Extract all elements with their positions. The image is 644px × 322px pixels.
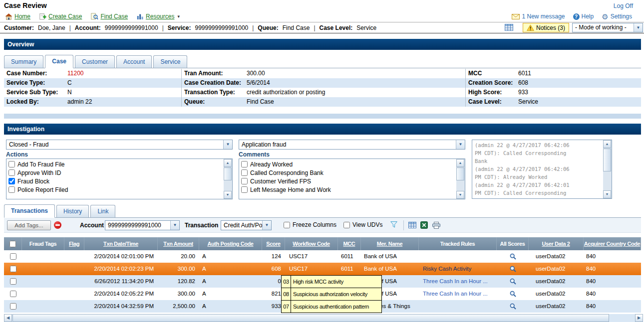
- context-field-label: Service:: [168, 24, 191, 31]
- comments-option[interactable]: Customer Verified FPS: [240, 177, 455, 185]
- column-header-date[interactable]: Txn Date/Time: [84, 237, 158, 250]
- transaction-row[interactable]: 2/20/2014 02:01:00 PM20.00A124USC176011B…: [4, 250, 641, 263]
- scroll-thumb[interactable]: [603, 149, 611, 171]
- actions-option[interactable]: Approve With ID: [7, 168, 223, 177]
- magnifier-icon[interactable]: [510, 291, 516, 297]
- overview-tab-customer[interactable]: Customer: [75, 55, 115, 68]
- horizontal-scrollbar[interactable]: ◀ ▶: [4, 314, 643, 322]
- actions-checkbox[interactable]: [8, 178, 15, 184]
- column-header-check[interactable]: [4, 237, 22, 250]
- actions-checkbox[interactable]: [8, 186, 15, 193]
- actions-list: Add To Fraud FileApprove With IDFraud Bl…: [7, 160, 223, 194]
- scroll-up-arrow[interactable]: ▲: [603, 140, 611, 148]
- comments-checkbox[interactable]: [241, 178, 248, 184]
- tab-link[interactable]: Link: [90, 205, 115, 217]
- log-scrollbar[interactable]: ▲ ▼: [603, 140, 612, 198]
- column-header-auth[interactable]: Auth Posting Code: [199, 237, 262, 250]
- row-checkbox[interactable]: [10, 253, 16, 260]
- tab-transactions[interactable]: Transactions: [4, 204, 55, 218]
- column-header-acq[interactable]: Acquirer Country Code: [584, 237, 641, 250]
- print-icon[interactable]: [432, 222, 440, 230]
- grid-view-icon[interactable]: [408, 222, 416, 230]
- comments-checkbox[interactable]: [241, 186, 248, 193]
- help-link[interactable]: ? Help: [573, 13, 594, 20]
- magnifier-icon[interactable]: [510, 266, 516, 272]
- magnifier-icon[interactable]: [510, 303, 516, 310]
- row-checkbox[interactable]: [10, 303, 16, 310]
- transactions-table-header: Fraud TagsFlagTxn Date/TimeTxn AmountAut…: [4, 237, 641, 250]
- actions-option[interactable]: Fraud Block: [7, 177, 223, 185]
- comments-checkbox[interactable]: [241, 161, 248, 167]
- view-udvs-checkbox[interactable]: [343, 222, 350, 228]
- add-tags-button[interactable]: Add Tags...: [7, 220, 51, 230]
- actions-checkbox[interactable]: [8, 169, 15, 176]
- scroll-thumb[interactable]: [12, 314, 609, 322]
- comments-option[interactable]: Called Corresponding Bank: [240, 168, 455, 177]
- tracked-rule-link[interactable]: Three Cash In an Hour ...: [423, 278, 488, 284]
- scroll-right-arrow[interactable]: ▶: [635, 314, 643, 322]
- remove-tags-icon[interactable]: [54, 221, 61, 229]
- scroll-left-arrow[interactable]: ◀: [4, 314, 12, 322]
- overview-tab-case[interactable]: Case: [45, 55, 73, 68]
- column-header-amount[interactable]: Txn Amount: [158, 237, 199, 250]
- nav-item-home[interactable]: Home: [5, 13, 30, 20]
- overview-tab-summary[interactable]: Summary: [4, 55, 43, 68]
- column-header-score[interactable]: Score: [262, 237, 285, 250]
- scroll-down-arrow[interactable]: ▼: [603, 190, 611, 198]
- scroll-thumb[interactable]: [456, 167, 464, 180]
- investigation-log[interactable]: (admin 22 @ 4/27/2017 06:42:06PM CDT): C…: [472, 140, 612, 199]
- scroll-down-arrow[interactable]: ▼: [224, 191, 232, 199]
- overview-tab-service[interactable]: Service: [153, 55, 187, 68]
- nav-item-create-case[interactable]: Create Case: [39, 13, 82, 20]
- tab-history[interactable]: History: [56, 205, 89, 217]
- column-header-merchant[interactable]: Mer. Name: [361, 237, 419, 250]
- export-excel-icon[interactable]: [420, 221, 428, 230]
- select-all-checkbox[interactable]: [9, 241, 16, 247]
- new-message-link[interactable]: 1 New message: [512, 13, 565, 20]
- scroll-thumb[interactable]: [224, 167, 232, 180]
- mode-of-working-select[interactable]: - Mode of working - ▼: [572, 23, 643, 32]
- comments-option[interactable]: Left Message Home and Work: [240, 185, 455, 194]
- freeze-columns-option[interactable]: Freeze Columns: [284, 221, 336, 228]
- checkbox-label: Customer Verified FPS: [250, 178, 311, 185]
- view-udvs-option[interactable]: View UDVs: [343, 221, 382, 228]
- row-checkbox[interactable]: [10, 278, 16, 285]
- investigation-header: Investigation: [4, 124, 641, 135]
- magnifier-icon[interactable]: [510, 253, 516, 260]
- actions-option[interactable]: Police Report Filed: [7, 185, 223, 194]
- cell-flag: [64, 288, 84, 300]
- filter-icon[interactable]: [390, 221, 397, 229]
- row-checkbox[interactable]: [10, 266, 16, 272]
- column-header-flag[interactable]: Flag: [64, 237, 84, 250]
- overview-tab-account[interactable]: Account: [116, 55, 152, 68]
- nav-item-find-case[interactable]: Find Case: [91, 13, 128, 20]
- transaction-row[interactable]: 2/20/2014 02:02:23 PM300.00A608USC176011…: [4, 263, 641, 275]
- nav-item-resources[interactable]: Resources▾: [137, 13, 180, 20]
- find-case-icon: [91, 13, 98, 20]
- row-checkbox[interactable]: [10, 291, 16, 297]
- settings-link[interactable]: ⚙ Settings: [602, 13, 632, 20]
- actions-option[interactable]: Add To Fraud File: [7, 160, 223, 168]
- resolution-select[interactable]: Closed - Fraud ▼: [6, 140, 233, 150]
- actions-checkbox[interactable]: [8, 161, 15, 167]
- tracked-rule-link[interactable]: Three Cash In an Hour ...: [423, 291, 488, 297]
- comments-option[interactable]: Already Worked: [240, 160, 455, 168]
- comments-scrollbar[interactable]: ▲ ▼: [456, 159, 465, 199]
- column-header-user2[interactable]: User Data 2: [529, 237, 584, 250]
- freeze-columns-checkbox[interactable]: [284, 222, 290, 228]
- column-header-workflow[interactable]: Workflow Code: [285, 237, 338, 250]
- transaction-select[interactable]: Credit Auth/Post ▼: [221, 220, 272, 230]
- comments-checkbox[interactable]: [241, 169, 248, 176]
- scroll-down-arrow[interactable]: ▼: [456, 191, 464, 199]
- logoff-link[interactable]: Log Off: [614, 2, 633, 9]
- tracked-rule-link[interactable]: Risky Cash Activity: [423, 266, 471, 272]
- scroll-up-arrow[interactable]: ▲: [224, 159, 232, 167]
- account-select[interactable]: 9999999999991000 ▼: [105, 220, 180, 230]
- notices-button[interactable]: Notices (3): [523, 23, 569, 32]
- actions-scrollbar[interactable]: ▲ ▼: [224, 159, 232, 199]
- case-list-grid-icon[interactable]: [505, 24, 513, 32]
- scroll-up-arrow[interactable]: ▲: [456, 159, 464, 167]
- magnifier-icon[interactable]: [510, 278, 516, 285]
- fraud-type-select[interactable]: Application fraud ▼: [239, 140, 465, 150]
- column-header-mcc[interactable]: MCC: [338, 237, 361, 250]
